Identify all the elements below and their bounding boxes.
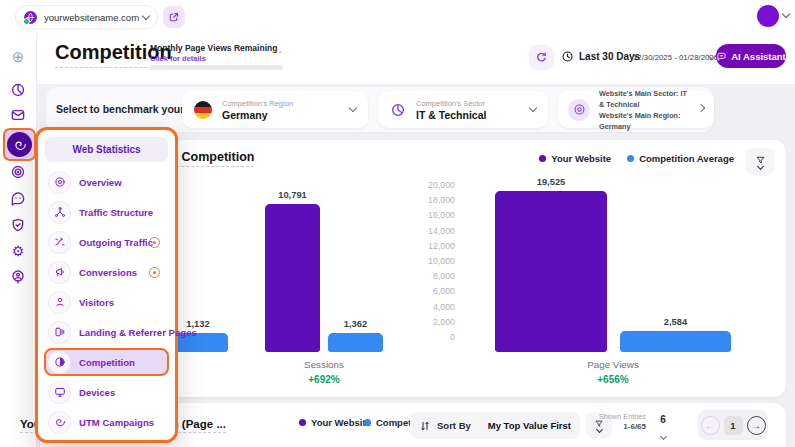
devices-icon [49,382,70,403]
ai-assistant-label: AI Assistant [731,51,786,62]
sidebar-item-label: Conversions [79,267,137,278]
website-main-sector: Website's Main Sector: IT & Technical [599,88,689,110]
sidebar-item-web-statistics-active[interactable] [3,128,36,161]
chart-legend: Your Website Competition Average [539,153,734,164]
site-favicon-icon [24,11,37,24]
outgoing-traffic-icon [49,232,70,253]
chevron-down-icon [529,104,537,112]
pie-chart-icon[interactable] [8,80,28,100]
competition-icon [49,352,70,373]
current-page: 1 [724,416,743,435]
sidebar-item-label: Competition [79,357,135,368]
sidebar-item-traffic-structure[interactable]: Traffic Structure [44,198,169,226]
sidebar-item-landing-referrer-pages[interactable]: Landing & Referrer Pages [44,318,169,346]
monthly-progress-bar [150,65,283,70]
traffic-structure-icon [49,202,70,223]
sidebar-item-label: Traffic Structure [79,207,153,218]
chat-bubble-icon[interactable] [8,189,28,209]
chat-icon [716,51,727,62]
period-selector[interactable]: Last 30 Days [561,50,640,63]
refresh-button[interactable] [529,45,554,70]
visitors-icon [49,292,70,313]
sector-pie-icon [390,102,406,118]
page-size-value: 6 [652,414,674,425]
clock-icon [561,50,574,63]
web-statistics-swirl-icon [7,132,32,157]
add-circle-icon[interactable]: ⊕ [8,47,28,67]
sidebar-item-utm-campaigns[interactable]: UTM Campaigns [44,408,169,436]
blue-dot-icon [627,155,634,162]
mail-icon[interactable] [8,105,28,125]
person-pin-icon[interactable] [8,267,28,287]
period-label: Last 30 Days [579,51,640,62]
shown-entries: Shown Entries 1-6/65 [596,412,646,431]
sort-by-label: Sort By [437,420,471,431]
shown-entries-label: Shown Entries [596,412,646,421]
purple-dot-icon [299,419,306,426]
notification-badge-icon [149,267,160,278]
date-range[interactable]: 12/30/2025 - 01/28/2026 [633,53,718,62]
shown-entries-value: 1-6/65 [596,422,646,431]
sidebar-item-conversions[interactable]: Conversions [44,258,169,286]
legend-competition-average[interactable]: Competition Average [627,153,734,164]
notification-badge-icon [149,237,160,248]
legend-your-website[interactable]: Your Website [299,417,371,428]
page-size-selector[interactable]: 6 [652,414,674,443]
sidebar-item-label: Landing & Referrer Pages [79,327,197,338]
website-main-region: Website's Main Region: Germany [599,110,689,132]
sidebar-item-visitors[interactable]: Visitors [44,288,169,316]
ai-assistant-button[interactable]: AI Assistant [716,44,786,68]
site-selector[interactable]: yourwebsitename.com [16,6,157,28]
sidebar-item-label: Visitors [79,297,114,308]
legend-your-website[interactable]: Your Website [539,153,611,164]
chevron-down-icon [756,163,763,170]
overview-icon [49,172,70,193]
menu-header: Web Statistics [45,137,168,162]
monthly-remaining-value: ... [272,45,283,55]
sector-dropdown-label: Competition's Sector [416,99,520,108]
chart-filter-button[interactable] [746,148,774,176]
open-external-button[interactable] [163,6,185,28]
sidebar-item-label: Overview [79,177,122,188]
chevron-down-icon [349,104,357,112]
web-statistics-menu: Web Statistics OverviewTraffic Structure… [35,127,178,443]
blue-dot-icon [364,419,371,426]
sidebar-item-label: UTM Campaigns [79,417,154,428]
monthly-details-link[interactable]: Click for details [150,54,206,63]
conversions-icon [49,262,70,283]
monthly-pageviews-label: Monthly Page Views Remaining [150,43,277,53]
purple-dot-icon [539,155,546,162]
sidebar-item-overview[interactable]: Overview [44,168,169,196]
region-dropdown-value: Germany [222,109,340,121]
sidebar-item-outgoing-traffic[interactable]: Outgoing Traffic [44,228,169,256]
previous-page-button[interactable]: ← [701,416,720,435]
website-main-info-card[interactable]: Website's Main Sector: IT & Technical We… [558,91,714,128]
sort-icon [419,420,431,432]
germany-flag-icon [194,101,212,119]
website-target-icon [568,99,590,121]
region-dropdown[interactable]: Competition's Region Germany [182,91,368,128]
utm-campaigns-icon [49,412,70,433]
sector-dropdown[interactable]: Competition's Sector IT & Technical [378,91,548,128]
sector-dropdown-value: IT & Technical [416,109,520,121]
pagination: ← 1 → [698,410,768,440]
chevron-right-icon [697,104,705,112]
external-link-icon [168,11,180,23]
next-page-button[interactable]: → [747,416,766,435]
sidebar-item-label: Devices [79,387,115,398]
site-name: yourwebsitename.com [44,12,143,23]
sidebar-item-devices[interactable]: Devices [44,378,169,406]
chevron-down-icon [142,11,150,19]
refresh-icon [535,51,548,64]
sort-by-control[interactable]: Sort By My Top Value First [410,412,580,439]
sidebar-item-label: Outgoing Traffic [79,237,153,248]
sidebar-item-competition[interactable]: Competition [44,348,169,376]
shield-check-icon[interactable] [8,215,28,235]
target-icon[interactable] [8,162,28,182]
avatar[interactable] [757,5,779,27]
landing-referrer-icon [49,322,70,343]
gear-icon[interactable]: ⚙ [8,241,28,261]
region-dropdown-label: Competition's Region [222,99,340,108]
sort-by-value: My Top Value First [488,420,571,431]
chevron-down-icon [659,433,666,440]
